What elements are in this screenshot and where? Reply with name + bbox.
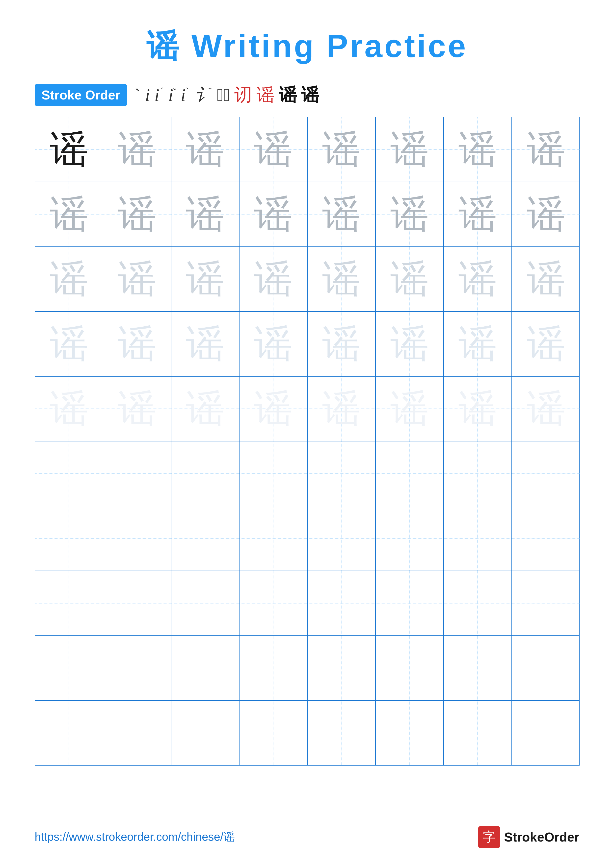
cell-6-3[interactable]: [171, 442, 239, 506]
cell-8-5[interactable]: [308, 571, 376, 636]
cell-8-7[interactable]: [444, 571, 512, 636]
cell-1-1: 谣: [35, 117, 103, 181]
grid-row-4: 谣 谣 谣 谣 谣 谣 谣 谣: [35, 312, 579, 377]
cell-6-7[interactable]: [444, 442, 512, 506]
char-1-8: 谣: [527, 130, 565, 169]
grid-row-9: [35, 636, 579, 701]
char-3-2: 谣: [118, 260, 156, 298]
step-1: `: [135, 85, 140, 105]
cell-9-8[interactable]: [512, 636, 580, 700]
step-6: 讠̈: [194, 83, 212, 107]
char-1-3: 谣: [186, 130, 224, 169]
cell-10-2[interactable]: [103, 701, 171, 765]
cell-10-8[interactable]: [512, 701, 580, 765]
cell-8-1[interactable]: [35, 571, 103, 636]
char-4-1: 谣: [50, 325, 88, 363]
char-3-5: 谣: [322, 260, 361, 298]
step-9: 谣: [256, 83, 274, 107]
char-5-2: 谣: [118, 390, 156, 428]
cell-1-3: 谣: [171, 117, 239, 181]
cell-4-5: 谣: [308, 312, 376, 376]
char-3-1: 谣: [50, 260, 88, 298]
char-2-3: 谣: [186, 195, 224, 234]
cell-10-5[interactable]: [308, 701, 376, 765]
cell-6-4[interactable]: [239, 442, 308, 506]
char-5-5: 谣: [322, 390, 361, 428]
title-text: Writing Practice: [191, 28, 468, 64]
cell-8-8[interactable]: [512, 571, 580, 636]
cell-8-2[interactable]: [103, 571, 171, 636]
step-4: iˇ: [168, 85, 176, 105]
char-1-4: 谣: [254, 130, 292, 169]
cell-9-4[interactable]: [239, 636, 308, 700]
cell-6-2[interactable]: [103, 442, 171, 506]
cell-7-1[interactable]: [35, 506, 103, 570]
step-5: iˋ: [180, 85, 190, 105]
cell-10-6[interactable]: [376, 701, 444, 765]
cell-9-6[interactable]: [376, 636, 444, 700]
cell-3-3: 谣: [171, 247, 239, 311]
grid-row-2: 谣 谣 谣 谣 谣 谣 谣 谣: [35, 182, 579, 247]
cell-7-4[interactable]: [239, 506, 308, 570]
cell-9-2[interactable]: [103, 636, 171, 700]
char-5-1: 谣: [50, 390, 88, 428]
cell-4-2: 谣: [103, 312, 171, 376]
cell-6-8[interactable]: [512, 442, 580, 506]
step-10: 谣: [279, 83, 297, 107]
cell-10-3[interactable]: [171, 701, 239, 765]
cell-9-7[interactable]: [444, 636, 512, 700]
cell-6-5[interactable]: [308, 442, 376, 506]
cell-7-3[interactable]: [171, 506, 239, 570]
cell-7-2[interactable]: [103, 506, 171, 570]
practice-grid: 谣 谣 谣 谣 谣 谣 谣 谣 谣 谣 谣 谣 谣 谣 谣 谣 谣 谣 谣 谣 …: [35, 117, 580, 766]
footer: https://www.strokeorder.com/chinese/谣 字 …: [0, 826, 614, 848]
stroke-order-badge: Stroke Order: [35, 84, 127, 106]
cell-8-3[interactable]: [171, 571, 239, 636]
cell-5-3: 谣: [171, 377, 239, 441]
char-1-7: 谣: [459, 130, 497, 169]
cell-4-7: 谣: [444, 312, 512, 376]
cell-6-1[interactable]: [35, 442, 103, 506]
cell-6-6[interactable]: [376, 442, 444, 506]
char-5-7: 谣: [459, 390, 497, 428]
page: 谣 Writing Practice Stroke Order ` i iˊ i…: [0, 0, 614, 868]
step-2: i: [145, 85, 150, 105]
cell-7-7[interactable]: [444, 506, 512, 570]
char-2-1: 谣: [50, 195, 88, 234]
cell-9-5[interactable]: [308, 636, 376, 700]
cell-8-6[interactable]: [376, 571, 444, 636]
cell-10-4[interactable]: [239, 701, 308, 765]
cell-5-8: 谣: [512, 377, 580, 441]
char-2-6: 谣: [390, 195, 429, 234]
cell-4-4: 谣: [239, 312, 308, 376]
grid-row-3: 谣 谣 谣 谣 谣 谣 谣 谣: [35, 247, 579, 312]
cell-7-6[interactable]: [376, 506, 444, 570]
cell-1-6: 谣: [376, 117, 444, 181]
cell-7-8[interactable]: [512, 506, 580, 570]
cell-3-7: 谣: [444, 247, 512, 311]
char-4-4: 谣: [254, 325, 292, 363]
cell-4-3: 谣: [171, 312, 239, 376]
char-3-6: 谣: [390, 260, 429, 298]
page-title: 谣 Writing Practice: [146, 25, 468, 68]
cell-3-4: 谣: [239, 247, 308, 311]
cell-1-2: 谣: [103, 117, 171, 181]
char-5-8: 谣: [527, 390, 565, 428]
char-2-8: 谣: [527, 195, 565, 234]
cell-1-8: 谣: [512, 117, 580, 181]
grid-row-6: [35, 442, 579, 506]
footer-url[interactable]: https://www.strokeorder.com/chinese/谣: [35, 829, 235, 845]
cell-3-5: 谣: [308, 247, 376, 311]
cell-1-7: 谣: [444, 117, 512, 181]
cell-10-7[interactable]: [444, 701, 512, 765]
cell-9-1[interactable]: [35, 636, 103, 700]
cell-7-5[interactable]: [308, 506, 376, 570]
stroke-order-row: Stroke Order ` i iˊ iˇ iˋ 讠̈ 讠̈ 讱 谣 谣 谣: [35, 83, 580, 107]
cell-2-2: 谣: [103, 182, 171, 246]
cell-8-4[interactable]: [239, 571, 308, 636]
cell-9-3[interactable]: [171, 636, 239, 700]
cell-10-1[interactable]: [35, 701, 103, 765]
grid-row-7: [35, 506, 579, 571]
char-4-6: 谣: [390, 325, 429, 363]
grid-row-8: [35, 571, 579, 636]
